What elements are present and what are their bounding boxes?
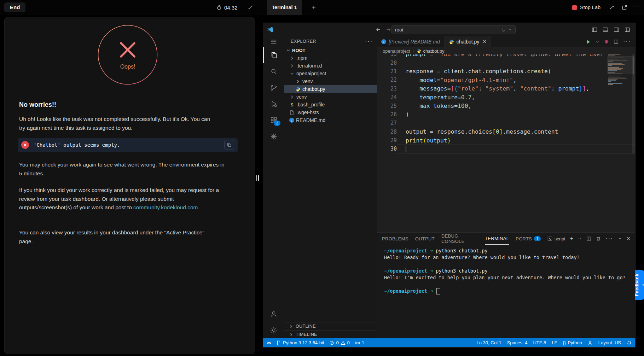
eol[interactable]: LF — [552, 340, 557, 345]
document-icon — [276, 340, 281, 345]
open-external-icon[interactable] — [622, 5, 627, 10]
maximize-panel-icon[interactable] — [618, 237, 622, 241]
tree-item-README.md[interactable]: iREADME.md — [284, 116, 377, 124]
tree-item-.bash_profile[interactable]: $.bash_profile — [284, 101, 377, 109]
toggle-panel-icon[interactable] — [603, 27, 608, 33]
new-terminal-icon[interactable]: + — [570, 235, 573, 242]
feedback-tab[interactable]: Feedback + — [635, 270, 644, 300]
code-line-29[interactable]: 29print(output) — [377, 136, 635, 145]
community-link[interactable]: community.kodekloud.com — [133, 204, 198, 210]
code-editor[interactable]: 19prompt = "You are a friendly travel gu… — [377, 54, 635, 232]
minimap[interactable] — [608, 54, 632, 132]
more-options-icon[interactable]: ··· — [634, 3, 642, 8]
expand-icon[interactable] — [248, 5, 253, 10]
panel-tab-terminal[interactable]: TERMINAL — [485, 233, 509, 245]
code-line-27[interactable]: 27 — [377, 119, 635, 127]
encoding[interactable]: UTF-8 — [533, 340, 546, 345]
terminal-tab[interactable]: Terminal 1 — [267, 0, 302, 15]
editor-tabs: i [Preview] README.md chatbot.py × ··· — [377, 36, 635, 47]
editor-scrollbar[interactable] — [632, 54, 635, 153]
split-editor-icon[interactable] — [614, 39, 619, 44]
code-line-30[interactable]: 30 — [377, 145, 635, 153]
code-line-21[interactable]: 21response = client.chat.completions.cre… — [377, 67, 635, 76]
cursor-position[interactable]: Ln 30, Col 1 — [477, 340, 501, 345]
tree-item-.wget-hsts[interactable]: .wget-hsts — [284, 109, 377, 116]
stop-lab-button[interactable]: Stop Lab — [572, 0, 601, 15]
flare-icon[interactable] — [263, 128, 284, 145]
editor-more-icon[interactable]: ··· — [623, 39, 631, 45]
search-icon[interactable] — [263, 63, 284, 80]
tree-item-venv[interactable]: venv — [284, 77, 377, 85]
ports-indicator[interactable]: 1 — [355, 340, 364, 345]
flare-icon[interactable] — [604, 39, 609, 44]
tab-chatbot-py[interactable]: chatbot.py × — [445, 36, 491, 47]
indentation[interactable]: Spaces: 4 — [507, 340, 528, 345]
code-line-22[interactable]: 22 model="openai/gpt-4.1-mini", — [377, 76, 635, 84]
breadcrumb-project[interactable]: openaiproject — [383, 48, 410, 54]
keyboard-layout[interactable]: Layout: US — [598, 340, 621, 345]
split-handle[interactable] — [256, 175, 259, 181]
run-dropdown-icon[interactable] — [596, 40, 599, 44]
command-center-search[interactable]: root — [391, 25, 516, 34]
tree-item-chatbot.py[interactable]: chatbot.py — [284, 85, 377, 93]
add-terminal-tab-button[interactable]: + — [308, 2, 319, 13]
problems-summary[interactable]: 0 0 — [329, 340, 349, 345]
copy-button[interactable] — [224, 140, 234, 150]
outline-section[interactable]: OUTLINE — [284, 322, 377, 330]
kill-terminal-icon[interactable] — [596, 236, 601, 241]
terminal-dropdown-icon[interactable] — [578, 237, 582, 241]
code-line-20[interactable]: 20 — [377, 58, 635, 67]
toggle-secondary-sidebar-icon[interactable] — [614, 27, 619, 33]
tree-item-.terraform.d[interactable]: .terraform.d — [284, 62, 377, 70]
history-icon[interactable] — [501, 28, 506, 32]
panel-tab-problems[interactable]: PROBLEMS — [382, 233, 408, 245]
terminal-output-area[interactable]: ~/openaiproject ➜ python3 chatbot.pyHell… — [377, 245, 635, 294]
nav-back-icon[interactable] — [376, 27, 381, 33]
code-line-19[interactable]: 19prompt = "You are a friendly travel gu… — [377, 54, 635, 58]
breadcrumb[interactable]: openaiproject › chatbot.py — [377, 47, 635, 54]
remote-indicator[interactable]: >< — [267, 340, 271, 345]
split-terminal-icon[interactable] — [586, 236, 591, 241]
settings-gear-icon[interactable] — [263, 322, 284, 338]
terminal-profile[interactable]: script — [547, 236, 565, 241]
run-python-icon[interactable] — [586, 39, 591, 45]
code-line-25[interactable]: 25 max_tokens=100, — [377, 101, 635, 110]
code-line-23[interactable]: 23 messages=[{"role": "system", "content… — [377, 84, 635, 93]
tree-item-.npm[interactable]: .npm — [284, 54, 377, 62]
timeline-section[interactable]: TIMELINE — [284, 330, 377, 338]
tree-root[interactable]: ROOT — [284, 46, 377, 54]
fullscreen-icon[interactable] — [609, 5, 615, 10]
chevron-down-icon — [289, 71, 295, 76]
code-line-28[interactable]: 28output = response.choices[0].message.c… — [377, 128, 635, 136]
run-debug-icon[interactable] — [263, 96, 284, 112]
breadcrumb-file[interactable]: chatbot.py — [423, 48, 444, 54]
panel-tab-debug-console[interactable]: DEBUG CONSOLE — [441, 233, 478, 245]
customize-layout-icon[interactable] — [625, 27, 630, 33]
notifications-bell-icon[interactable] — [627, 340, 632, 345]
tree-item-venv[interactable]: venv — [284, 93, 377, 101]
close-tab-icon[interactable]: × — [483, 39, 486, 45]
explorer-more-icon[interactable]: ··· — [365, 38, 373, 45]
menu-icon[interactable] — [263, 36, 284, 47]
panel-tab-ports[interactable]: PORTS1 — [516, 233, 540, 245]
explorer-icon[interactable] — [263, 47, 284, 63]
panel-tab-output[interactable]: OUTPUT — [415, 233, 435, 245]
code-line-24[interactable]: 24 temperature=0.7, — [377, 93, 635, 101]
toggle-sidebar-icon[interactable] — [592, 27, 597, 33]
person-icon[interactable] — [588, 340, 593, 345]
python-icon — [295, 87, 301, 92]
tree-item-openaiproject[interactable]: openaiproject — [284, 70, 377, 77]
panel-more-icon[interactable]: ··· — [605, 235, 613, 242]
python-interpreter[interactable]: Python 3.12.3 64-bit — [276, 340, 324, 345]
end-button[interactable]: End — [4, 2, 25, 12]
language-mode[interactable]: {}Python — [563, 340, 582, 345]
extensions-icon[interactable]: 2 — [263, 112, 284, 128]
nav-forward-icon[interactable] — [385, 27, 391, 33]
source-control-icon[interactable] — [263, 80, 284, 96]
chevron-down-icon[interactable] — [508, 28, 512, 32]
close-panel-icon[interactable]: × — [627, 235, 630, 242]
tab-readme-preview[interactable]: i [Preview] README.md — [377, 36, 445, 47]
code-line-26[interactable]: 26) — [377, 110, 635, 119]
account-icon[interactable] — [263, 306, 284, 322]
minimap-slider[interactable] — [608, 57, 634, 74]
